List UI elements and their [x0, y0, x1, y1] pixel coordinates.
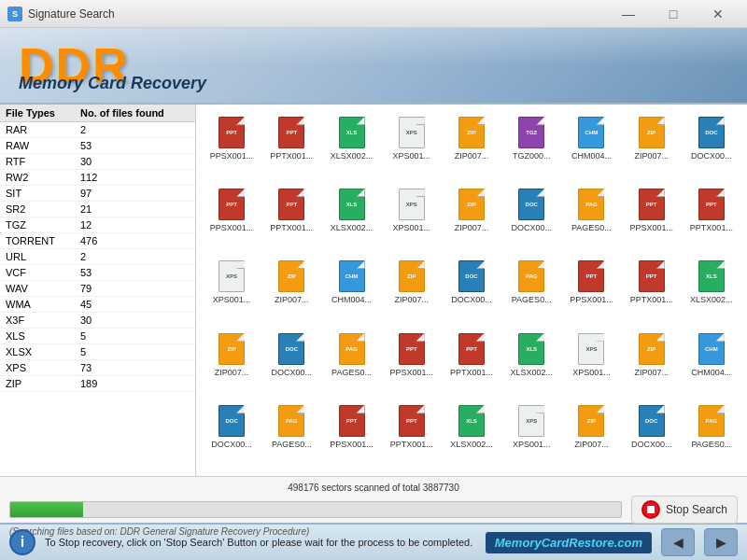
table-row[interactable]: XLSX5	[0, 344, 195, 360]
maximize-button[interactable]: □	[652, 3, 695, 25]
file-label: PAGES0...	[512, 295, 552, 304]
file-item[interactable]: XLS XLSX002...	[323, 112, 379, 180]
file-item[interactable]: CHM CHM004...	[323, 256, 379, 324]
file-count-cell: 5	[80, 346, 190, 357]
file-item[interactable]: TGZ TGZ000...	[503, 112, 559, 180]
file-item[interactable]: ZIP ZIP007...	[384, 256, 440, 324]
file-label: PPSX001...	[210, 223, 254, 232]
file-item[interactable]: XLS XLSX002...	[503, 329, 559, 397]
file-icon-pages: PAG	[514, 259, 548, 293]
table-row[interactable]: SIT97	[0, 186, 195, 202]
table-row[interactable]: RAR2	[0, 122, 195, 138]
doc-icon: XPS	[518, 405, 544, 437]
file-item[interactable]: PPT PPSX001...	[563, 256, 619, 324]
file-label: PAGES0...	[571, 223, 612, 232]
doc-icon: PPT	[339, 405, 365, 437]
file-type-cell: RAR	[6, 124, 80, 135]
file-item[interactable]: XPS XPS001...	[503, 400, 559, 469]
file-icon-pptx: PPT	[395, 404, 429, 438]
file-count-cell: 2	[80, 124, 190, 135]
table-row[interactable]: SR221	[0, 202, 195, 217]
table-row[interactable]: WMA45	[0, 297, 195, 313]
file-type-cell: TORRENT	[6, 235, 80, 246]
file-item[interactable]: PAG PAGES0...	[503, 256, 559, 324]
stop-label: Stop Search	[666, 503, 727, 516]
file-item[interactable]: XPS XPS001...	[204, 256, 260, 324]
minimize-button[interactable]: —	[607, 3, 650, 25]
doc-icon: XPS	[218, 260, 245, 292]
doc-icon: PPT	[278, 117, 304, 148]
file-label: XLSX002...	[450, 440, 493, 449]
file-item[interactable]: PPT PPSX001...	[384, 329, 440, 397]
file-item[interactable]: PAG PAGES0...	[323, 329, 379, 397]
file-item[interactable]: DOC DOCX00...	[684, 112, 740, 180]
file-item[interactable]: PPT PPSX001...	[323, 400, 379, 469]
doc-icon: CHM	[698, 333, 725, 365]
file-item[interactable]: PPT PPSX001...	[204, 112, 260, 180]
close-button[interactable]: ✕	[697, 3, 740, 25]
table-header: File Types No. of files found	[0, 105, 195, 122]
file-item[interactable]: PPT PPSX001...	[204, 184, 260, 252]
file-item[interactable]: PPT PPTX001...	[444, 329, 500, 397]
file-item[interactable]: ZIP ZIP007...	[563, 400, 619, 469]
file-icon-docx: DOC	[514, 188, 548, 221]
file-label: PPTX001...	[450, 368, 493, 377]
file-item[interactable]: PAG PAGES0...	[263, 400, 319, 469]
table-row[interactable]: ZIP189	[0, 376, 195, 392]
table-row[interactable]: URL2	[0, 249, 195, 265]
file-item[interactable]: DOC DOCX00...	[624, 400, 680, 469]
file-item[interactable]: PPT PPTX001...	[684, 184, 740, 252]
file-item[interactable]: DOC DOCX00...	[444, 256, 500, 324]
forward-button[interactable]: ▶	[704, 528, 738, 556]
table-row[interactable]: TGZ12	[0, 217, 195, 233]
file-item[interactable]: PAG PAGES0...	[684, 400, 740, 469]
file-item[interactable]: XLS XLSX002...	[444, 400, 500, 469]
file-item[interactable]: DOC DOCX00...	[263, 329, 319, 397]
file-item[interactable]: ZIP ZIP007...	[444, 112, 500, 180]
table-row[interactable]: X3F30	[0, 313, 195, 329]
table-row[interactable]: RTF30	[0, 154, 195, 170]
file-item[interactable]: PPT PPTX001...	[624, 256, 680, 324]
file-icon-pptx: PPT	[275, 188, 308, 221]
file-item[interactable]: XLS XLSX002...	[323, 184, 379, 252]
file-item[interactable]: PPT PPTX001...	[263, 112, 319, 180]
left-panel: File Types No. of files found RAR2RAW53R…	[0, 105, 196, 476]
file-item[interactable]: PPT PPTX001...	[263, 184, 319, 252]
table-row[interactable]: TORRENT476	[0, 233, 195, 249]
file-label: ZIP007...	[455, 223, 489, 232]
file-item[interactable]: ZIP ZIP007...	[624, 329, 680, 397]
col-count-header: No. of files found	[80, 107, 190, 119]
file-label: PPTX001...	[270, 151, 313, 161]
table-row[interactable]: XLS5	[0, 329, 195, 344]
file-item[interactable]: PPT PPSX001...	[624, 184, 680, 252]
file-item[interactable]: XPS XPS001...	[384, 184, 440, 252]
file-item[interactable]: DOC DOCX00...	[204, 400, 260, 469]
file-item[interactable]: ZIP ZIP007...	[263, 256, 319, 324]
doc-icon: DOC	[278, 333, 304, 365]
table-row[interactable]: RW2112	[0, 170, 195, 186]
table-row[interactable]: XPS73	[0, 360, 195, 376]
table-row[interactable]: RAW53	[0, 138, 195, 154]
file-item[interactable]: XPS XPS001...	[563, 329, 619, 397]
stop-search-button[interactable]: Stop Search	[631, 496, 738, 524]
file-type-cell: WMA	[6, 299, 80, 310]
back-button[interactable]: ◀	[661, 528, 695, 556]
file-item[interactable]: DOC DOCX00...	[503, 184, 559, 252]
table-row[interactable]: WAV79	[0, 281, 195, 297]
table-row[interactable]: VCF53	[0, 265, 195, 281]
file-item[interactable]: XPS XPS001...	[384, 112, 440, 180]
file-item[interactable]: PAG PAGES0...	[563, 184, 619, 252]
file-icon-xlsx: XLS	[695, 259, 728, 293]
file-item[interactable]: CHM CHM004...	[563, 112, 619, 180]
file-item[interactable]: CHM CHM004...	[684, 329, 740, 397]
file-item[interactable]: ZIP ZIP007...	[444, 184, 500, 252]
file-item[interactable]: ZIP ZIP007...	[624, 112, 680, 180]
file-item[interactable]: XLS XLSX002...	[684, 256, 740, 324]
file-item[interactable]: ZIP ZIP007...	[204, 329, 260, 397]
file-label: XPS001...	[572, 368, 611, 377]
file-type-cell: ZIP	[6, 378, 80, 389]
file-icon-chm: CHM	[574, 116, 608, 149]
file-icon-xlsx: XLS	[335, 188, 369, 221]
file-item[interactable]: PPT PPTX001...	[384, 400, 440, 469]
doc-icon: XLS	[339, 189, 365, 220]
